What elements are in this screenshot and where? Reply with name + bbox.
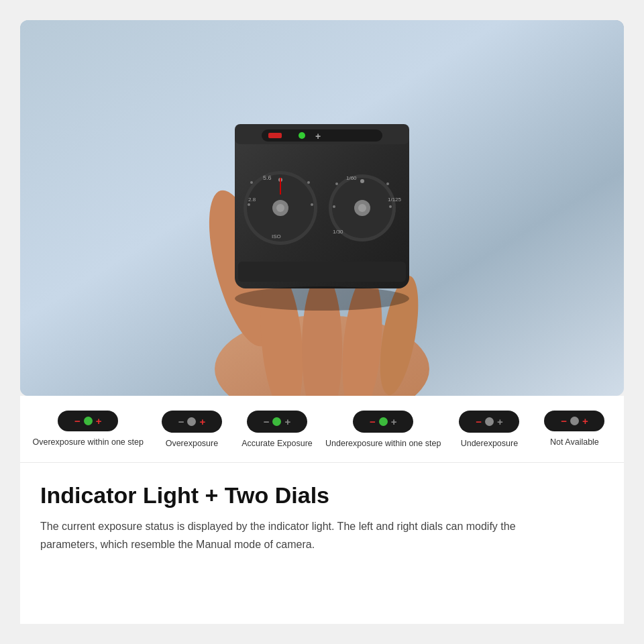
svg-point-18 xyxy=(311,203,313,206)
description-title: Indicator Light + Two Dials xyxy=(40,482,604,509)
indicator-pill-6: − + xyxy=(544,411,604,431)
plus-symbol-4: + xyxy=(391,416,397,427)
svg-text:+: + xyxy=(315,131,321,142)
svg-point-17 xyxy=(250,181,253,184)
plus-symbol-1: + xyxy=(96,416,102,426)
svg-point-11 xyxy=(299,132,305,139)
svg-point-29 xyxy=(333,205,335,208)
indicator-item-underexposure: − + Underexposure xyxy=(452,411,526,450)
dot-5 xyxy=(485,417,494,426)
svg-point-19 xyxy=(248,203,250,206)
plus-symbol-5: + xyxy=(497,416,503,427)
svg-text:2.8: 2.8 xyxy=(248,197,256,203)
svg-text:1/125: 1/125 xyxy=(388,197,402,203)
indicator-pill-5: − + xyxy=(459,411,519,433)
indicator-item-not-available: − + Not Available xyxy=(537,411,611,449)
minus-symbol-6: − xyxy=(561,416,567,426)
svg-point-25 xyxy=(360,179,364,183)
indicator-pill-3: − + xyxy=(247,411,307,433)
svg-point-31 xyxy=(358,204,366,212)
svg-text:1/60: 1/60 xyxy=(346,175,357,181)
minus-symbol-3: − xyxy=(264,416,270,427)
product-photo: + xyxy=(20,20,624,396)
indicator-pill-4: − + xyxy=(353,411,413,433)
indicator-item-accurate: − + Accurate Exposure xyxy=(240,411,314,450)
indicator-pill-1: − + xyxy=(58,411,118,431)
svg-point-26 xyxy=(386,182,389,185)
indicator-item-overexposure: − + Overexposure xyxy=(155,411,229,450)
indicator-item-overexposure-within-one-step: − + Overexposure within one step xyxy=(33,411,144,449)
dot-4 xyxy=(379,417,388,426)
plus-symbol-2: + xyxy=(199,417,205,427)
plus-symbol-6: + xyxy=(582,416,588,426)
dot-2 xyxy=(187,417,196,426)
page-container: + xyxy=(0,0,644,644)
indicator-label-4: Underexposure within one step xyxy=(325,438,441,450)
svg-rect-38 xyxy=(238,262,406,282)
indicator-label-3: Accurate Exposure xyxy=(241,438,313,450)
svg-text:5.6: 5.6 xyxy=(263,174,272,181)
indicator-label-1: Overexposure within one step xyxy=(33,437,144,449)
svg-text:ISO: ISO xyxy=(272,233,281,239)
svg-point-27 xyxy=(335,182,338,185)
dot-6 xyxy=(570,417,579,425)
indicator-label-2: Overexposure xyxy=(166,438,219,450)
description-section: Indicator Light + Two Dials The current … xyxy=(20,463,624,625)
svg-point-28 xyxy=(389,205,392,208)
dot-1 xyxy=(84,417,93,425)
minus-symbol-2: − xyxy=(178,416,184,427)
minus-symbol-1: − xyxy=(74,416,80,426)
plus-symbol-3: + xyxy=(284,416,290,427)
indicator-item-underexposure-within-one-step: − + Underexposure within one step xyxy=(325,411,441,450)
svg-point-39 xyxy=(235,286,409,311)
svg-rect-10 xyxy=(268,133,282,138)
svg-point-21 xyxy=(276,204,284,212)
minus-symbol-5: − xyxy=(476,417,482,427)
description-body: The current exposure status is displayed… xyxy=(40,518,550,553)
indicator-label-5: Underexposure xyxy=(461,438,518,450)
indicators-section: − + Overexposure within one step − + Ove… xyxy=(20,396,624,463)
svg-point-16 xyxy=(307,181,310,184)
svg-text:1/30: 1/30 xyxy=(333,229,343,235)
indicator-pill-2: − + xyxy=(162,411,222,433)
indicator-label-6: Not Available xyxy=(550,437,599,449)
dot-3 xyxy=(272,417,281,426)
minus-symbol-4: − xyxy=(370,417,376,427)
